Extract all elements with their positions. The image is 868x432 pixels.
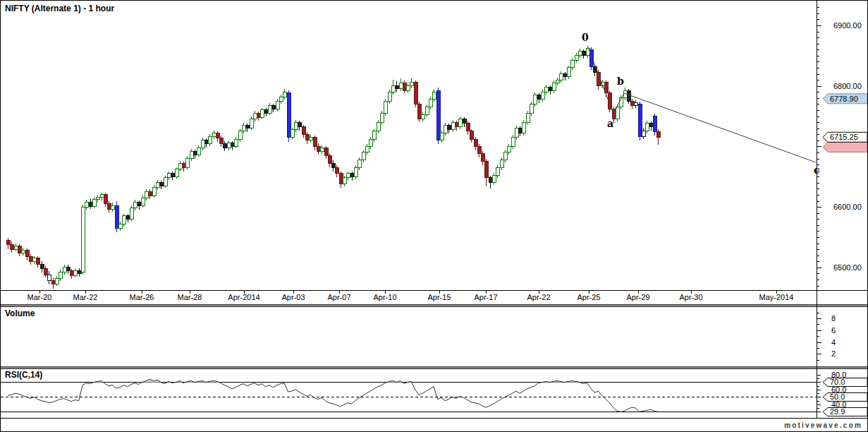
svg-text:4: 4 [831, 338, 836, 347]
svg-text:6800.00: 6800.00 [833, 82, 862, 90]
svg-text:6900.00: 6900.00 [833, 21, 862, 30]
wave-label-b[interactable]: b [617, 76, 624, 87]
svg-text:Apr-17: Apr-17 [474, 293, 497, 301]
panel-splitter[interactable] [1, 304, 868, 369]
svg-text:50.0: 50.0 [830, 392, 845, 401]
svg-text:Apr-10: Apr-10 [373, 293, 396, 301]
svg-text:Apr-29: Apr-29 [626, 293, 649, 301]
volume-axis[interactable]: 8642 [817, 313, 836, 360]
rsi-guides [1, 383, 817, 412]
motivewave-watermark: motivewave.com [783, 421, 864, 429]
rsi-line [8, 379, 658, 412]
svg-text:Apr-25: Apr-25 [577, 293, 600, 301]
svg-text:8: 8 [831, 314, 836, 323]
svg-text:Apr-22: Apr-22 [527, 293, 550, 301]
candlestick-series [6, 46, 660, 289]
svg-text:Mar-26: Mar-26 [130, 293, 154, 301]
svg-text:6778.90: 6778.90 [830, 95, 858, 103]
price-axis-tags: 6715.256778.90 [823, 94, 867, 152]
svg-text:Apr-03: Apr-03 [281, 293, 305, 301]
rsi-panel-label: RSI(C,14) [5, 370, 42, 380]
svg-text:6715.25: 6715.25 [830, 133, 858, 141]
svg-text:May-2014: May-2014 [759, 293, 794, 301]
svg-text:Apr-07: Apr-07 [327, 293, 350, 301]
chart-canvas[interactable]: Mar-20Mar-22Mar-26Mar-28Apr-2014Apr-03Ap… [1, 1, 868, 432]
svg-text:Apr-30: Apr-30 [679, 293, 702, 301]
svg-text:6500.00: 6500.00 [833, 263, 862, 272]
rsi-axis[interactable]: 80.060.040.070.050.029.9 [817, 371, 868, 416]
motivewave-chart-window: Mar-20Mar-22Mar-26Mar-28Apr-2014Apr-03Ap… [0, 0, 868, 432]
svg-text:Apr-2014: Apr-2014 [228, 293, 259, 301]
svg-text:Mar-28: Mar-28 [178, 293, 202, 301]
svg-text:6: 6 [831, 326, 836, 335]
svg-text:2: 2 [831, 349, 836, 358]
svg-text:Mar-20: Mar-20 [27, 293, 52, 301]
date-axis[interactable]: Mar-20Mar-22Mar-26Mar-28Apr-2014Apr-03Ap… [27, 291, 794, 301]
chart-title: NIFTY (Alternate 1) - 1 hour [5, 4, 114, 13]
wave-label-a[interactable]: a [607, 118, 613, 129]
svg-text:70.0: 70.0 [830, 378, 845, 386]
rsi-overbought-fill [94, 379, 580, 382]
volume-panel-label: Volume [5, 308, 35, 318]
svg-text:Mar-22: Mar-22 [73, 293, 98, 301]
wave-label-c[interactable]: c [814, 164, 820, 176]
svg-text:6600.00: 6600.00 [833, 203, 862, 211]
svg-text:29.9: 29.9 [830, 407, 845, 416]
wave-label-0[interactable]: 0 [582, 32, 589, 43]
svg-text:Apr-15: Apr-15 [427, 293, 451, 301]
